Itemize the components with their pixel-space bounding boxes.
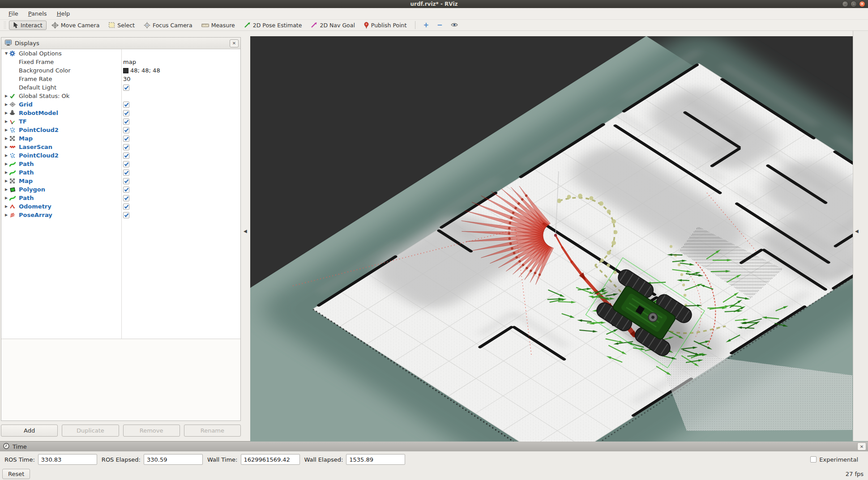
- row-checkbox[interactable]: [123, 153, 129, 159]
- row-checkbox[interactable]: [123, 110, 129, 116]
- collapse-arrow-icon[interactable]: ▶: [3, 187, 9, 191]
- collapse-arrow-icon[interactable]: ▶: [3, 179, 9, 183]
- collapse-arrow-icon[interactable]: ▶: [3, 204, 9, 208]
- collapse-arrow-icon[interactable]: ▶: [3, 213, 9, 217]
- tree-row-laserscan[interactable]: ▶LaserScan: [1, 143, 240, 151]
- time-field-label: ROS Time:: [4, 456, 35, 463]
- row-value[interactable]: 48; 48; 48: [123, 67, 160, 74]
- collapse-arrow-icon[interactable]: ▶: [3, 145, 9, 149]
- row-value[interactable]: map: [123, 59, 136, 65]
- add-button[interactable]: Add: [1, 425, 58, 437]
- tree-row-path[interactable]: ▶Path: [1, 168, 240, 177]
- row-checkbox[interactable]: [123, 170, 129, 176]
- tree-row-label: LaserScan: [19, 144, 52, 150]
- tool-focus-camera[interactable]: Focus Camera: [141, 21, 197, 30]
- tree-row-pointcloud2[interactable]: ▶PointCloud2: [1, 151, 240, 160]
- 3d-viewport[interactable]: [250, 36, 853, 441]
- tool-2d-nav-goal[interactable]: 2D Nav Goal: [308, 21, 359, 30]
- pointcloud-icon: [9, 127, 17, 133]
- time-field-ros-time-: ROS Time:: [4, 454, 97, 465]
- tree-row-polygon[interactable]: ▶Polygon: [1, 185, 240, 194]
- tool-interact[interactable]: Interact: [9, 21, 47, 30]
- tree-row-map[interactable]: ▶Map: [1, 134, 240, 143]
- fps-counter: 27 fps: [846, 471, 864, 477]
- tree-row-fixed-frame[interactable]: Fixed Framemap: [1, 58, 240, 66]
- collapse-arrow-icon[interactable]: ▶: [3, 128, 9, 132]
- plus-icon[interactable]: +: [419, 21, 433, 29]
- rename-button: Rename: [184, 425, 241, 437]
- collapse-left-icon[interactable]: ◀: [244, 229, 247, 234]
- path-icon: [9, 161, 17, 167]
- tree-row-map[interactable]: ▶Map: [1, 177, 240, 185]
- row-checkbox[interactable]: [123, 178, 129, 184]
- tool-measure[interactable]: Measure: [198, 21, 239, 30]
- tree-row-default-light[interactable]: Default Light: [1, 83, 240, 92]
- collapse-arrow-icon[interactable]: ▶: [3, 94, 9, 98]
- tree-row-odometry[interactable]: ▶Odometry: [1, 202, 240, 211]
- row-checkbox[interactable]: [123, 161, 129, 167]
- toolbar-drag-handle[interactable]: [4, 21, 6, 29]
- collapse-arrow-icon[interactable]: ▶: [3, 170, 9, 174]
- tree-row-global-status-ok[interactable]: ▶Global Status: Ok: [1, 92, 240, 100]
- tree-row-frame-rate[interactable]: Frame Rate30: [1, 75, 240, 83]
- eye-icon[interactable]: [447, 21, 462, 29]
- tree-row-pointcloud2[interactable]: ▶PointCloud2: [1, 126, 240, 134]
- time-panel-body: ROS Time:ROS Elapsed:Wall Time:Wall Elap…: [0, 451, 868, 467]
- row-checkbox[interactable]: [123, 127, 129, 133]
- collapse-arrow-icon[interactable]: ▶: [3, 153, 9, 157]
- time-field-input[interactable]: [144, 454, 203, 465]
- time-field-input[interactable]: [241, 454, 300, 465]
- tree-row-posearray[interactable]: ▶PoseArray: [1, 211, 240, 219]
- minus-icon[interactable]: −: [433, 21, 447, 29]
- menu-item-help[interactable]: Help: [53, 9, 74, 18]
- tool-publish-point[interactable]: Publish Point: [361, 21, 411, 30]
- row-checkbox[interactable]: [123, 85, 129, 91]
- tree-row-background-color[interactable]: Background Color48; 48; 48: [1, 66, 240, 75]
- time-field-input[interactable]: [346, 454, 405, 465]
- tree-row-grid[interactable]: ▶Grid: [1, 100, 240, 109]
- row-checkbox[interactable]: [123, 136, 129, 142]
- window-title: urdf.rviz* - RViz: [410, 1, 458, 7]
- tree-row-path[interactable]: ▶Path: [1, 160, 240, 168]
- tree-row-global-options[interactable]: ▼Global Options: [1, 49, 240, 58]
- tree-row-path[interactable]: ▶Path: [1, 194, 240, 202]
- collapse-arrow-icon[interactable]: ▶: [3, 111, 9, 115]
- close-button[interactable]: ✕: [859, 1, 865, 7]
- collapse-arrow-icon[interactable]: ▶: [3, 196, 9, 200]
- row-checkbox[interactable]: [123, 204, 129, 210]
- row-checkbox[interactable]: [123, 102, 129, 108]
- tree-row-tf[interactable]: ▶TF: [1, 117, 240, 126]
- tool-move-camera[interactable]: Move Camera: [48, 21, 104, 30]
- color-swatch: [123, 68, 128, 73]
- collapse-arrow-icon[interactable]: ▶: [3, 162, 9, 166]
- time-field-input[interactable]: [38, 454, 97, 465]
- time-close-icon[interactable]: ✕: [857, 442, 866, 450]
- experimental-option[interactable]: Experimental: [810, 456, 858, 463]
- left-splitter[interactable]: ◀: [242, 31, 250, 441]
- row-checkbox[interactable]: [123, 212, 129, 218]
- tree-row-robotmodel[interactable]: ▶RobotModel: [1, 109, 240, 117]
- right-dock-strip[interactable]: ◀: [853, 31, 868, 441]
- displays-close-icon[interactable]: ✕: [230, 39, 239, 47]
- tool-select[interactable]: Select: [105, 21, 139, 30]
- row-checkbox[interactable]: [123, 195, 129, 201]
- collapse-right-icon[interactable]: ◀: [855, 229, 859, 234]
- row-checkbox[interactable]: [123, 144, 129, 150]
- row-value[interactable]: 30: [123, 76, 131, 82]
- tree-row-label: Global Options: [19, 50, 62, 57]
- tool-2d-pose-estimate[interactable]: 2D Pose Estimate: [241, 21, 306, 30]
- measure-icon: [201, 23, 209, 28]
- collapse-arrow-icon[interactable]: ▶: [3, 119, 9, 123]
- experimental-checkbox[interactable]: [810, 456, 817, 463]
- collapse-arrow-icon[interactable]: ▶: [3, 136, 9, 140]
- path-icon: [9, 170, 17, 175]
- expand-arrow-icon[interactable]: ▼: [3, 51, 9, 55]
- menu-item-file[interactable]: File: [4, 9, 22, 18]
- collapse-arrow-icon[interactable]: ▶: [3, 102, 9, 106]
- row-checkbox[interactable]: [123, 187, 129, 193]
- minimize-button[interactable]: –: [842, 1, 848, 7]
- row-checkbox[interactable]: [123, 119, 129, 125]
- maximize-button[interactable]: ▢: [851, 1, 857, 7]
- reset-button[interactable]: Reset: [2, 469, 30, 479]
- menu-item-panels[interactable]: Panels: [24, 9, 51, 18]
